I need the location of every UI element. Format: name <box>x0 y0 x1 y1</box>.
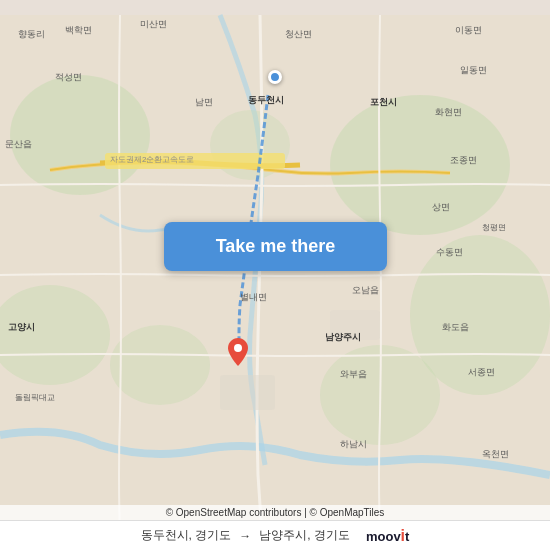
svg-point-42 <box>234 344 242 352</box>
take-me-there-button[interactable]: Take me there <box>164 222 387 271</box>
attribution-bar: © OpenStreetMap contributors | © OpenMap… <box>0 505 550 520</box>
svg-text:미산면: 미산면 <box>140 19 167 29</box>
svg-text:별내면: 별내면 <box>240 292 267 302</box>
svg-text:청평면: 청평면 <box>482 223 506 232</box>
svg-point-2 <box>330 95 510 235</box>
attribution-text: © OpenStreetMap contributors | © OpenMap… <box>166 507 385 518</box>
bottom-bar: 동두천시, 경기도 → 남양주시, 경기도 moovit <box>0 520 550 550</box>
svg-text:이동면: 이동면 <box>455 25 482 35</box>
origin-pin <box>268 70 282 84</box>
svg-text:돌림픽대교: 돌림픽대교 <box>15 393 55 402</box>
destination-label: 남양주시, 경기도 <box>259 527 350 544</box>
svg-text:상면: 상면 <box>432 202 450 212</box>
svg-text:하남시: 하남시 <box>340 439 367 449</box>
origin-label: 동두천시, 경기도 <box>141 527 232 544</box>
arrow-separator: → <box>239 529 251 543</box>
svg-text:옥천면: 옥천면 <box>482 449 509 459</box>
svg-text:적성면: 적성면 <box>55 72 82 82</box>
svg-text:화현면: 화현면 <box>435 107 462 117</box>
destination-pin <box>228 338 248 366</box>
svg-text:문산읍: 문산읍 <box>5 139 32 149</box>
svg-point-5 <box>110 325 210 405</box>
svg-text:조종면: 조종면 <box>450 155 477 165</box>
svg-text:남면: 남면 <box>195 97 213 107</box>
svg-text:자도권제2순환고속도로: 자도권제2순환고속도로 <box>110 155 194 164</box>
svg-text:포천시: 포천시 <box>370 97 397 107</box>
svg-point-1 <box>10 75 150 195</box>
svg-text:일동면: 일동면 <box>460 65 487 75</box>
svg-text:와부읍: 와부읍 <box>340 369 367 379</box>
svg-text:화도읍: 화도읍 <box>442 322 469 332</box>
svg-text:고양시: 고양시 <box>8 322 35 332</box>
svg-text:향동리: 향동리 <box>18 29 45 39</box>
svg-text:청산면: 청산면 <box>285 29 312 39</box>
svg-text:서종면: 서종면 <box>468 367 495 377</box>
svg-text:수동면: 수동면 <box>436 247 463 257</box>
svg-rect-11 <box>220 375 275 410</box>
svg-text:남양주시: 남양주시 <box>325 332 361 342</box>
moovit-brand-end: t <box>405 529 409 544</box>
svg-text:오남읍: 오남읍 <box>352 285 379 295</box>
map-container: 향동리 백학면 미산면 청산면 이동면 적성면 일동면 남면 동두천시 포천시 … <box>0 0 550 550</box>
moovit-brand: moov <box>366 529 401 544</box>
svg-text:동두천시: 동두천시 <box>248 95 284 105</box>
svg-text:백학면: 백학면 <box>65 25 92 35</box>
